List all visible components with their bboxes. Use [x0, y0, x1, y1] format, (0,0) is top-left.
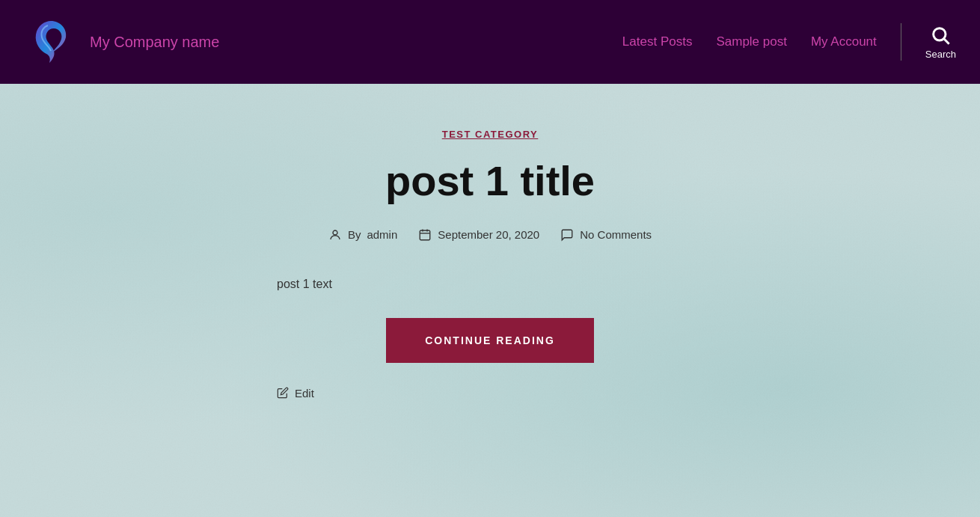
calendar-icon [418, 228, 432, 242]
nav-my-account[interactable]: My Account [811, 34, 877, 49]
post-date-value: September 20, 2020 [438, 228, 539, 241]
comment-icon [560, 228, 574, 242]
site-header: My Company name Latest Posts Sample post… [0, 0, 980, 84]
category-link[interactable]: TEST CATEGORY [442, 129, 539, 140]
post-text: post 1 text [277, 278, 332, 291]
author-prefix: By [348, 228, 361, 241]
search-icon [930, 25, 951, 46]
nav-divider [901, 23, 901, 61]
company-name: My Company name [90, 34, 219, 51]
post-comments: No Comments [560, 228, 652, 242]
nav-sample-post[interactable]: Sample post [716, 34, 787, 49]
comments-value: No Comments [580, 228, 652, 241]
edit-icon [277, 387, 289, 399]
svg-rect-3 [420, 230, 431, 240]
svg-line-1 [945, 39, 949, 43]
header-nav: Latest Posts Sample post My Account Sear… [622, 23, 956, 61]
edit-label: Edit [295, 387, 314, 400]
post-meta: By admin September 20, 2020 No Comments [328, 228, 652, 242]
nav-latest-posts[interactable]: Latest Posts [622, 34, 693, 49]
edit-link[interactable]: Edit [277, 387, 314, 400]
search-label: Search [925, 49, 956, 60]
post-date: September 20, 2020 [418, 228, 539, 242]
svg-point-0 [934, 28, 946, 40]
search-button[interactable]: Search [925, 25, 956, 60]
post-title: post 1 title [385, 158, 595, 204]
svg-point-2 [333, 230, 337, 235]
author-icon [328, 228, 342, 242]
site-logo[interactable] [24, 15, 78, 69]
author-name[interactable]: admin [367, 228, 397, 241]
header-left: My Company name [24, 15, 219, 69]
post-author: By admin [328, 228, 397, 242]
continue-reading-button[interactable]: CONTINUE READING [386, 318, 594, 363]
main-content: TEST CATEGORY post 1 title By admin Sept… [0, 84, 980, 517]
